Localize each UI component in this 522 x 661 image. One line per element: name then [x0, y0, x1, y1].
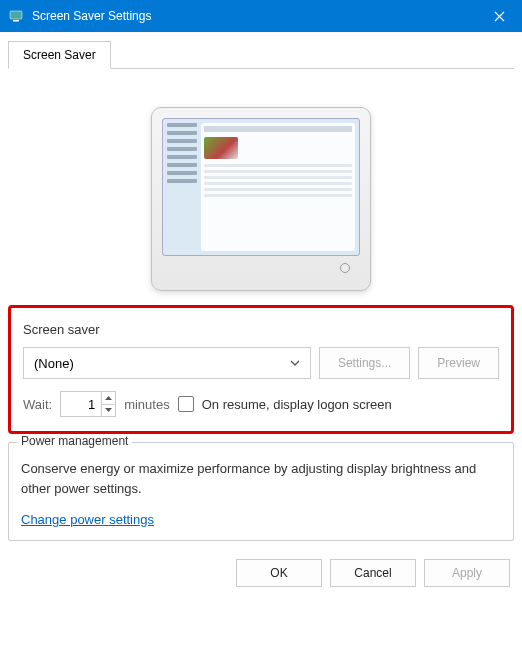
dialog-body: Screen Saver Sc: [0, 32, 522, 549]
power-text: Conserve energy or maximize performance …: [21, 459, 501, 498]
chevron-down-icon: [290, 360, 300, 366]
power-group-title: Power management: [17, 434, 132, 448]
ok-button[interactable]: OK: [236, 559, 322, 587]
monitor-screen: [162, 118, 360, 256]
minutes-label: minutes: [124, 397, 170, 412]
titlebar: Screen Saver Settings: [0, 0, 522, 32]
window-title: Screen Saver Settings: [32, 9, 476, 23]
preview-button[interactable]: Preview: [418, 347, 499, 379]
app-icon: [8, 8, 24, 24]
cancel-button[interactable]: Cancel: [330, 559, 416, 587]
tab-screen-saver[interactable]: Screen Saver: [8, 41, 111, 69]
screensaver-select-value: (None): [34, 356, 74, 371]
close-button[interactable]: [476, 0, 522, 32]
tab-strip: Screen Saver: [8, 40, 514, 69]
power-group: Power management Conserve energy or maxi…: [8, 442, 514, 541]
wait-up-button[interactable]: [102, 392, 115, 405]
settings-button[interactable]: Settings...: [319, 347, 410, 379]
screensaver-select[interactable]: (None): [23, 347, 311, 379]
monitor-preview: [151, 107, 371, 291]
change-power-link[interactable]: Change power settings: [21, 512, 154, 527]
wait-down-button[interactable]: [102, 405, 115, 417]
svg-rect-0: [10, 11, 22, 19]
footer: OK Cancel Apply: [0, 549, 522, 597]
wait-label: Wait:: [23, 397, 52, 412]
svg-rect-1: [13, 20, 19, 22]
wait-spinner[interactable]: [60, 391, 116, 417]
apply-button[interactable]: Apply: [424, 559, 510, 587]
monitor-power-icon: [340, 263, 350, 273]
screensaver-group: Screen saver (None) Settings... Preview …: [19, 314, 503, 421]
monitor-base: [162, 256, 360, 280]
highlight-box: Screen saver (None) Settings... Preview …: [8, 305, 514, 434]
preview-area: [8, 77, 514, 305]
screensaver-group-title: Screen saver: [23, 322, 499, 337]
wait-input[interactable]: [61, 392, 101, 416]
resume-checkbox-label: On resume, display logon screen: [202, 397, 392, 412]
resume-checkbox[interactable]: [178, 396, 194, 412]
